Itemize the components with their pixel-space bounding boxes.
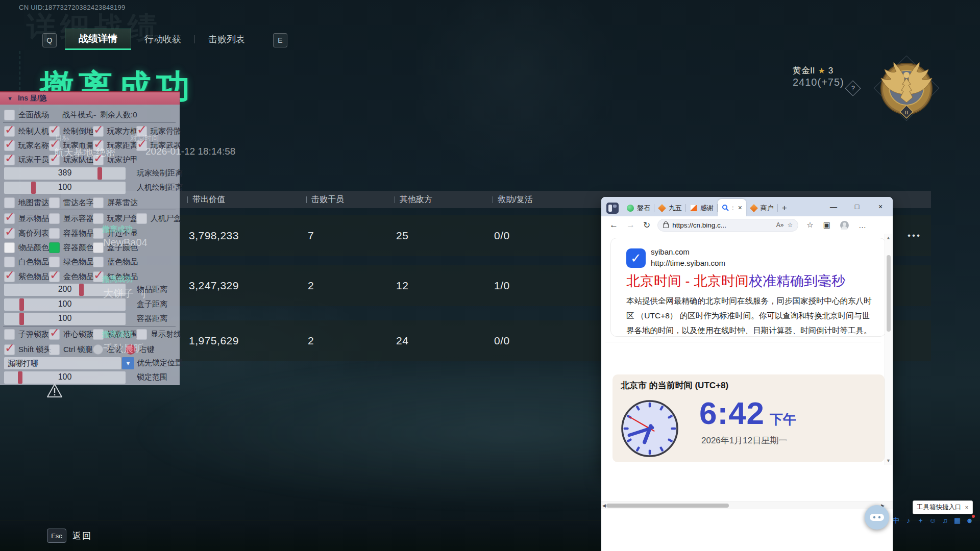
grid-icon[interactable]: ▦	[953, 516, 961, 525]
menu-slider[interactable]: 100	[4, 298, 126, 311]
menu-radio[interactable]: 右键	[126, 344, 155, 355]
browser-tab-4[interactable]: 商户	[746, 200, 778, 216]
browser-tab-0[interactable]: 磐石	[623, 200, 654, 216]
horizontal-scrollbar[interactable]: ◀ ▶	[601, 502, 893, 509]
voice-icon[interactable]: ♪	[904, 516, 912, 525]
tools-icon[interactable]: +	[917, 516, 924, 525]
minimize-icon[interactable]: —	[823, 197, 844, 216]
menu-checkbox[interactable]: ✓金色物品	[49, 271, 94, 282]
translate-icon[interactable]: 中	[892, 516, 900, 525]
menu-checkbox[interactable]: 子弹锁敌	[4, 329, 49, 340]
collapse-icon[interactable]: ▼	[7, 95, 13, 102]
menu-checkbox[interactable]: ✓红色物品	[93, 271, 138, 282]
menu-checkbox[interactable]: ✓显示物品	[4, 213, 49, 224]
menu-checkbox[interactable]: 雷达名字	[49, 197, 94, 208]
menu-checkbox[interactable]: ✓准心锁敌	[49, 329, 94, 340]
menu-checkbox[interactable]: ✓玩家方框	[93, 126, 138, 137]
result-site-name[interactable]: syiban.com	[651, 247, 690, 256]
menu-slider[interactable]: 200	[4, 284, 126, 296]
tab-close-icon[interactable]: ×	[738, 204, 742, 212]
profile-avatar[interactable]	[840, 221, 849, 230]
rank-help-icon[interactable]: ?	[845, 80, 861, 96]
menu-color-swatch[interactable]: 物品颜色	[4, 242, 49, 253]
menu-checkbox[interactable]: ✓高价列表	[4, 228, 49, 239]
menu-checkbox[interactable]: ✓玩家血量	[49, 140, 94, 151]
menu-color-swatch[interactable]: 盒子颜色	[93, 242, 138, 253]
scroll-left-icon[interactable]: ◀	[602, 503, 606, 508]
menu-checkbox[interactable]: ✓玩家武器	[136, 140, 181, 151]
maximize-icon[interactable]: □	[847, 197, 867, 216]
menu-checkbox[interactable]: ✓玩家骨骼	[136, 126, 181, 137]
profile-icon[interactable]: ☻	[966, 516, 973, 525]
menu-checkbox[interactable]: Ctrl 锁腿	[49, 344, 93, 355]
menu-checkbox[interactable]: 显示容器	[49, 213, 94, 224]
menu-checkbox[interactable]: ✓玩家名称	[4, 140, 49, 151]
read-aloud-icon[interactable]: A»	[776, 221, 784, 229]
favorites-icon[interactable]: ☆	[806, 220, 813, 230]
result-title-highlight[interactable]: 北京时间 - 北京时间	[626, 273, 749, 289]
add-favorite-icon[interactable]: ☆	[787, 221, 793, 229]
menu-checkbox[interactable]: 屏幕雷达	[93, 197, 138, 208]
refresh-icon[interactable]: ↻	[643, 220, 650, 231]
menu-checkbox[interactable]: 蓝色物品	[93, 256, 138, 267]
scroll-down-icon[interactable]: ▼	[886, 458, 891, 463]
address-bar[interactable]: https://cn.bing.c... A» ☆	[657, 219, 798, 232]
vertical-scrollbar[interactable]: ▲ ▼	[885, 234, 892, 465]
result-site-url[interactable]: http://time.syiban.com	[651, 259, 725, 267]
menu-radio[interactable]: 左键	[93, 344, 122, 355]
menu-color-swatch[interactable]: 容器颜色	[49, 242, 94, 253]
forward-icon[interactable]: →	[626, 220, 635, 230]
browser-tab-1[interactable]: 九五	[654, 200, 686, 216]
browser-tab-title: 商户	[761, 204, 774, 213]
menu-checkbox[interactable]: ✓Shift 锁头	[4, 344, 51, 355]
dropdown-arrow-icon[interactable]: ▼	[122, 357, 134, 369]
menu-checkbox[interactable]: ✓玩家队伍	[49, 154, 94, 165]
sound-icon[interactable]: ♫	[941, 516, 949, 525]
browser-tab-title: 九五	[669, 204, 682, 213]
menu-checkbox[interactable]: ✓玩家距离	[93, 140, 138, 151]
vertical-scroll-thumb[interactable]	[887, 255, 891, 332]
tab-2[interactable]: 击败列表	[195, 29, 258, 50]
menu-slider[interactable]: 389	[4, 167, 126, 180]
cheat-menu-header[interactable]: ▼ Ins 显/隐	[0, 91, 180, 105]
back-icon[interactable]: ←	[609, 220, 618, 230]
new-tab-icon[interactable]: +	[782, 203, 787, 213]
menu-checkbox[interactable]: ✓紫色物品	[4, 271, 49, 282]
browser-tab-3[interactable]: :×	[718, 199, 746, 216]
menu-checkbox[interactable]: 玩家尸盒	[93, 213, 138, 224]
row-menu-button[interactable]: •••	[908, 231, 921, 241]
menu-checkbox[interactable]: ✓绘制人机	[4, 126, 49, 137]
tooltip-close-icon[interactable]: ×	[965, 504, 969, 511]
menu-checkbox[interactable]: 全面战场	[4, 109, 49, 120]
menu-checkbox[interactable]: 人机尸盒	[136, 213, 181, 224]
emoji-icon[interactable]: ☺	[929, 516, 937, 525]
menu-checkbox[interactable]: 地图雷达	[4, 197, 49, 208]
floating-assistant-button[interactable]	[865, 505, 889, 530]
url-text[interactable]: https://cn.bing.c...	[672, 221, 773, 229]
result-title-link[interactable]: 北京时间 - 北京时间校准精确到毫秒	[626, 272, 845, 290]
menu-slider[interactable]: 100	[4, 313, 126, 325]
menu-checkbox[interactable]: ✓玩家护甲	[93, 154, 138, 165]
horizontal-scroll-thumb[interactable]	[606, 504, 729, 508]
menu-checkbox[interactable]: 锁敌范围	[93, 329, 138, 340]
result-title-rest[interactable]: 校准精确到毫秒	[749, 273, 845, 289]
menu-slider[interactable]: 100	[4, 371, 126, 384]
workspaces-icon[interactable]	[606, 203, 619, 214]
menu-checkbox[interactable]: 容器物品	[49, 228, 94, 239]
more-menu-icon[interactable]: …	[859, 221, 866, 230]
scroll-up-icon[interactable]: ▲	[886, 235, 891, 240]
collections-icon[interactable]: ▣	[823, 220, 830, 230]
menu-checkbox[interactable]: 白色物品	[4, 256, 49, 267]
menu-slider[interactable]: 100	[4, 182, 126, 194]
tab-1[interactable]: 行动收获	[131, 29, 194, 50]
menu-checkbox[interactable]: ✓绘制倒地	[49, 126, 94, 137]
menu-checkbox[interactable]: 显示射线	[136, 329, 181, 340]
tab-0[interactable]: 战绩详情	[65, 29, 131, 50]
browser-tab-2[interactable]: 感谢	[686, 200, 718, 216]
menu-checkbox[interactable]: 绿色物品	[49, 256, 94, 267]
return-control[interactable]: Esc 返回	[47, 529, 92, 543]
close-window-icon[interactable]: ×	[870, 197, 891, 216]
menu-checkbox[interactable]: ✓玩家干员	[4, 154, 49, 165]
aim-priority-dropdown[interactable]: 漏哪打哪	[4, 357, 121, 369]
menu-checkbox[interactable]: 开过不显	[93, 228, 138, 239]
